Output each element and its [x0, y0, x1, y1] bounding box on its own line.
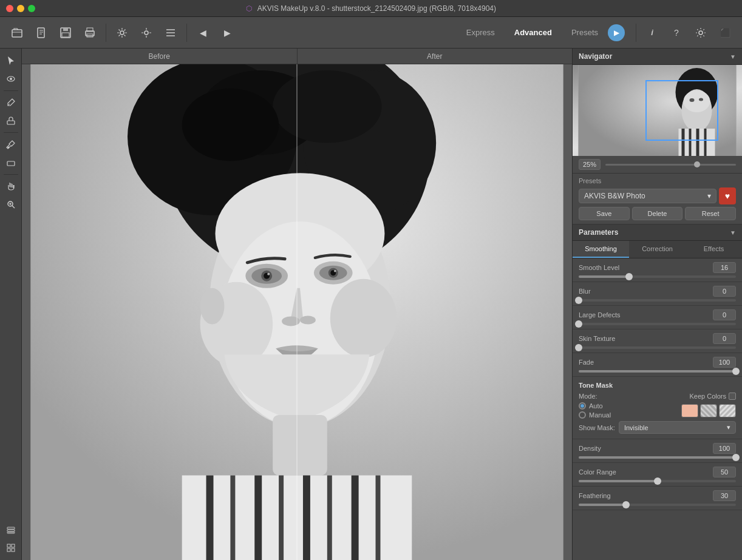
- brush-tool[interactable]: [2, 94, 19, 111]
- blur-value[interactable]: 0: [713, 286, 736, 297]
- undo-button[interactable]: ◀: [192, 22, 214, 44]
- tone-mask-mode-row: Mode: Keep Colors: [579, 393, 736, 400]
- mode-label: Mode:: [579, 393, 597, 400]
- minimize-button[interactable]: [17, 5, 24, 12]
- skin-texture-value[interactable]: 0: [713, 333, 736, 344]
- print-button[interactable]: [79, 22, 101, 44]
- density-slider[interactable]: [579, 456, 736, 459]
- stamp-tool[interactable]: [2, 112, 19, 129]
- tab-smoothing[interactable]: Smoothing: [573, 241, 629, 258]
- close-button[interactable]: [6, 5, 13, 12]
- radio-auto[interactable]: [579, 402, 586, 410]
- color-range-thumb[interactable]: [654, 477, 661, 485]
- open-image-button[interactable]: [6, 22, 28, 44]
- fade-slider[interactable]: [579, 370, 736, 373]
- eraser-tool[interactable]: [2, 154, 19, 171]
- titlebar: ⬡ AKVIS MakeUp v.8.0 - shutterstock_2124…: [0, 0, 742, 17]
- radio-manual[interactable]: [579, 411, 586, 419]
- settings2-button[interactable]: [135, 22, 157, 44]
- fade-value[interactable]: 100: [713, 357, 736, 368]
- new-button[interactable]: [30, 22, 52, 44]
- layers-button[interactable]: [2, 521, 19, 538]
- save-button[interactable]: [55, 22, 77, 44]
- swatch-pattern2[interactable]: [719, 404, 736, 417]
- tab-effects[interactable]: Effects: [686, 241, 742, 258]
- tone-mask-section: Tone Mask Mode: Keep Colors Auto: [573, 377, 742, 439]
- redo-button[interactable]: ▶: [216, 22, 238, 44]
- settings1-button[interactable]: [111, 22, 133, 44]
- zoom-tool[interactable]: [2, 196, 19, 213]
- tab-advanced[interactable]: Advanced: [505, 24, 562, 41]
- svg-rect-59: [279, 476, 284, 560]
- svg-rect-27: [12, 548, 15, 552]
- blur-thumb[interactable]: [575, 297, 582, 304]
- feathering-thumb[interactable]: [622, 501, 630, 508]
- fade-thumb[interactable]: [732, 368, 740, 375]
- tab-presets[interactable]: Presets: [562, 24, 608, 41]
- blur-label: Blur: [579, 288, 591, 295]
- zoom-thumb[interactable]: [694, 161, 700, 167]
- keep-colors-checkbox[interactable]: [729, 393, 736, 400]
- help-button[interactable]: ?: [665, 22, 687, 44]
- color-range-value[interactable]: 50: [713, 467, 736, 477]
- tab-express[interactable]: Express: [457, 24, 505, 41]
- mask-option: Invisible: [624, 424, 648, 431]
- plugin-button[interactable]: ⬛: [714, 22, 736, 44]
- smooth-level-slider[interactable]: [579, 275, 736, 278]
- color-range-slider[interactable]: [579, 480, 736, 482]
- window-title: ⬡ AKVIS MakeUp v.8.0 - shutterstock_2124…: [246, 4, 496, 13]
- skin-texture-slider[interactable]: [579, 346, 736, 349]
- delete-preset-button[interactable]: Delete: [632, 207, 683, 220]
- app-icon: ⬡: [246, 4, 252, 13]
- tab-correction[interactable]: Correction: [629, 241, 686, 258]
- feathering-value[interactable]: 30: [713, 490, 736, 501]
- settings3-button[interactable]: [160, 22, 182, 44]
- maximize-button[interactable]: [28, 5, 35, 12]
- density-thumb[interactable]: [732, 454, 740, 461]
- grid-button[interactable]: [2, 539, 19, 556]
- large-defects-value[interactable]: 0: [713, 309, 736, 320]
- cursor-tool[interactable]: [2, 52, 19, 69]
- dropper-tool[interactable]: [2, 136, 19, 153]
- parameters-header[interactable]: Parameters ▼: [573, 224, 742, 241]
- feathering-label-row: Feathering 30: [579, 490, 736, 501]
- navigator-thumbnail[interactable]: [573, 65, 742, 156]
- swatch-pattern1[interactable]: [700, 404, 717, 417]
- svg-point-15: [7, 147, 9, 149]
- swatch-skin[interactable]: [681, 404, 698, 417]
- navigator-viewport[interactable]: [645, 80, 718, 141]
- gear-button[interactable]: [690, 22, 712, 44]
- main-area: Before After: [0, 49, 742, 560]
- navigator-header[interactable]: Navigator ▼: [573, 49, 742, 65]
- zoom-slider[interactable]: [605, 164, 736, 166]
- density-value[interactable]: 100: [713, 443, 736, 454]
- parameters-chevron: ▼: [730, 229, 736, 236]
- color-range-fill: [579, 480, 658, 482]
- show-mask-dropdown[interactable]: Invisible ▾: [619, 421, 736, 434]
- large-defects-slider[interactable]: [579, 323, 736, 325]
- smooth-level-value[interactable]: 16: [713, 262, 736, 273]
- favorite-button[interactable]: ♥: [719, 187, 736, 204]
- info-button[interactable]: i: [641, 22, 663, 44]
- smooth-level-thumb[interactable]: [625, 273, 633, 280]
- svg-rect-56: [206, 476, 214, 560]
- skin-texture-thumb[interactable]: [575, 344, 582, 351]
- canvas-content[interactable]: [22, 64, 572, 560]
- large-defects-label: Large Defects: [579, 311, 620, 319]
- large-defects-thumb[interactable]: [575, 320, 582, 328]
- skin-texture-label-row: Skin Texture 0: [579, 333, 736, 344]
- feathering-slider[interactable]: [579, 504, 736, 506]
- svg-point-8: [120, 31, 124, 35]
- hand-tool[interactable]: [2, 178, 19, 195]
- zoom-badge[interactable]: 25%: [579, 159, 601, 170]
- svg-rect-23: [7, 532, 15, 533]
- svg-point-10: [699, 31, 703, 35]
- save-preset-button[interactable]: Save: [579, 207, 630, 220]
- eye-tool[interactable]: [2, 70, 19, 87]
- reset-preset-button[interactable]: Reset: [685, 207, 736, 220]
- blur-slider[interactable]: [579, 299, 736, 302]
- window-controls[interactable]: [6, 5, 35, 12]
- svg-point-49: [267, 273, 270, 275]
- preset-dropdown[interactable]: AKVIS B&W Photo ▾: [579, 189, 716, 203]
- play-button[interactable]: ▶: [608, 24, 625, 41]
